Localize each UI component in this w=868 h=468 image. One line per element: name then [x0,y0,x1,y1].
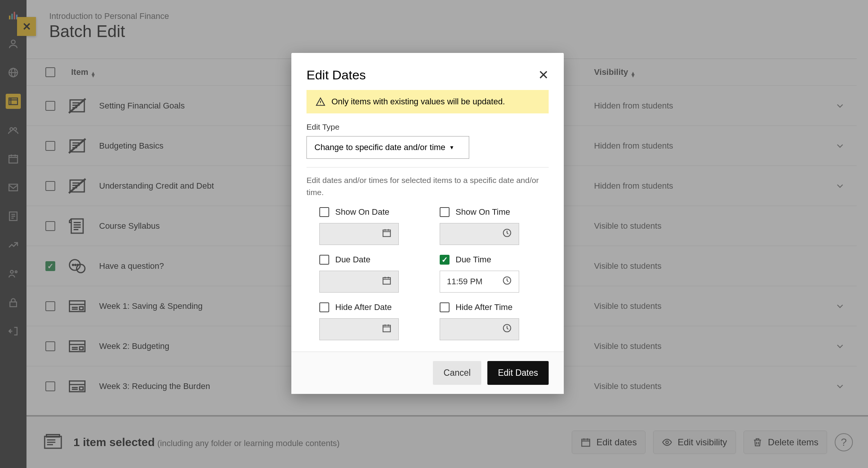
field-input[interactable]: 11:59 PM [440,271,519,293]
warning-icon [316,97,325,107]
field-input [319,223,399,245]
edit-dates-modal: Edit Dates ✕ Only items with existing va… [291,53,564,394]
field-label: Show On Time [456,207,510,217]
modal-info-banner: Only items with existing values will be … [306,90,549,113]
edit-type-label: Edit Type [306,122,549,132]
field-hide-after-date: Hide After Date [319,302,428,340]
calendar-icon[interactable] [382,228,392,240]
clock-icon[interactable] [502,276,512,288]
field-input [319,318,399,340]
edit-dates-submit-button[interactable]: Edit Dates [487,361,549,385]
edit-type-select[interactable]: Change to specific date and/or time▼ [306,136,469,159]
cancel-button[interactable]: Cancel [433,361,481,385]
field-input [440,318,519,340]
field-due-time: Due Time 11:59 PM [440,255,549,293]
field-due-date: Due Date [319,255,428,293]
field-label: Hide After Time [456,302,512,312]
svg-rect-37 [383,277,390,284]
modal-helper-text: Edit dates and/or times for selected ite… [306,174,549,198]
caret-down-icon: ▼ [449,144,454,150]
field-label: Due Date [335,255,370,265]
field-checkbox[interactable] [319,302,329,312]
field-show-on-date: Show On Date [319,207,428,245]
field-checkbox[interactable] [440,302,450,312]
field-checkbox[interactable] [319,207,329,217]
svg-rect-35 [383,230,390,236]
calendar-icon[interactable] [382,323,392,335]
modal-close-button[interactable]: ✕ [538,67,549,82]
field-checkbox[interactable] [440,207,450,217]
field-label: Show On Date [335,207,389,217]
clock-icon[interactable] [502,323,512,335]
calendar-icon[interactable] [382,276,392,288]
field-label: Due Time [456,255,491,265]
field-input [440,223,519,245]
modal-title: Edit Dates [306,68,366,82]
field-checkbox[interactable] [440,255,450,265]
field-label: Hide After Date [335,302,392,312]
field-input [319,271,399,293]
field-value: 11:59 PM [447,277,482,287]
field-show-on-time: Show On Time [440,207,549,245]
clock-icon[interactable] [502,228,512,240]
field-checkbox[interactable] [319,255,329,265]
svg-rect-39 [383,325,390,332]
field-hide-after-time: Hide After Time [440,302,549,340]
